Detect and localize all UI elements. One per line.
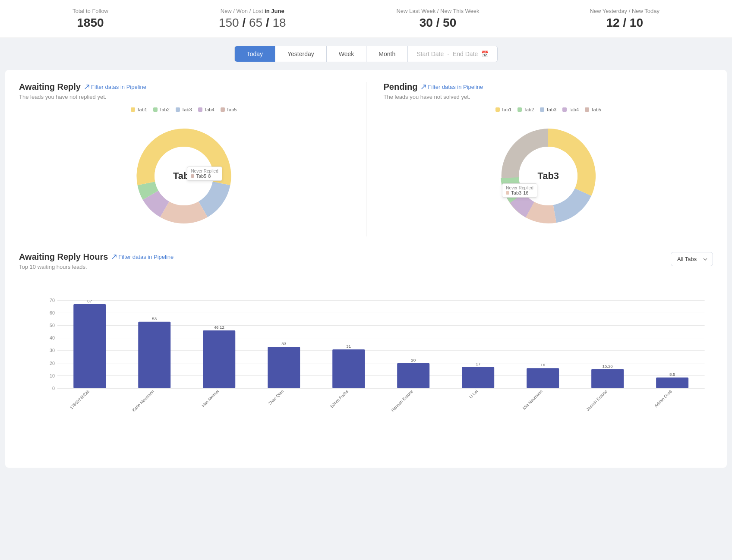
top-stats-bar: Total to Follow 1850 New / Won / Lost in… bbox=[0, 0, 732, 38]
pending-legend-tab2: Tab2 bbox=[517, 107, 534, 112]
bar-chart-area: 010203040506070671760074622653Karle Neum… bbox=[19, 286, 713, 456]
pending-legend-tab1: Tab1 bbox=[495, 107, 512, 112]
awaiting-reply-subtitle: The leads you have not replied yet. bbox=[19, 94, 349, 100]
awaiting-hours-header: Awaiting Reply Hours Filter datas in Pip… bbox=[19, 252, 713, 277]
awaiting-hours-section: Awaiting Reply Hours Filter datas in Pip… bbox=[19, 252, 713, 456]
legend-tab5: Tab5 bbox=[221, 107, 237, 112]
total-follow-value: 1850 bbox=[73, 16, 108, 30]
svg-text:16: 16 bbox=[540, 362, 545, 367]
pending-tooltip-title: Never Replied bbox=[506, 186, 533, 190]
svg-rect-43 bbox=[656, 378, 688, 388]
pending-title: Pending bbox=[384, 82, 418, 92]
tooltip-value: 8 bbox=[208, 173, 211, 179]
pending-tooltip-row: Tab3 16 bbox=[506, 190, 533, 195]
awaiting-hours-title: Awaiting Reply Hours bbox=[19, 252, 108, 262]
svg-rect-25 bbox=[268, 347, 300, 388]
pending-filter-link[interactable]: Filter datas in Pipeline bbox=[421, 84, 483, 90]
svg-text:Han Meimei: Han Meimei bbox=[201, 389, 220, 408]
awaiting-donut-chart bbox=[128, 120, 240, 232]
svg-text:31: 31 bbox=[346, 344, 351, 349]
external-link-icon bbox=[84, 84, 90, 90]
tooltip-row: Tab5 8 bbox=[191, 173, 218, 179]
legend-tab3: Tab3 bbox=[176, 107, 192, 112]
pending-legend-dot-tab3 bbox=[540, 107, 544, 112]
svg-rect-28 bbox=[332, 349, 365, 388]
yesterday-today-label: New Yesterday / New Today bbox=[590, 8, 659, 14]
all-tabs-dropdown[interactable]: All Tabs bbox=[671, 252, 713, 266]
total-follow-stat: Total to Follow 1850 bbox=[73, 8, 108, 30]
legend-tab1: Tab1 bbox=[131, 107, 147, 112]
pending-tooltip-tab: Tab3 bbox=[511, 190, 521, 195]
filter-date-range-button[interactable]: Start Date - End Date 📅 bbox=[408, 46, 497, 62]
svg-text:30: 30 bbox=[50, 348, 55, 353]
pending-legend-tab4: Tab4 bbox=[562, 107, 579, 112]
svg-text:10: 10 bbox=[50, 373, 55, 378]
main-content: Awaiting Reply Filter datas in Pipeline … bbox=[5, 70, 727, 468]
svg-text:67: 67 bbox=[87, 299, 92, 303]
awaiting-reply-title: Awaiting Reply bbox=[19, 82, 81, 92]
svg-text:8.5: 8.5 bbox=[669, 372, 675, 377]
pending-legend-dot-tab1 bbox=[495, 107, 500, 112]
svg-rect-16 bbox=[73, 304, 106, 388]
svg-text:20: 20 bbox=[411, 358, 416, 362]
svg-rect-19 bbox=[138, 322, 170, 388]
legend-dot-tab3 bbox=[176, 107, 180, 112]
svg-text:Adrian Groß: Adrian Groß bbox=[653, 389, 673, 408]
pending-title-row: Pending Filter datas in Pipeline bbox=[384, 82, 713, 92]
awaiting-filter-link[interactable]: Filter datas in Pipeline bbox=[84, 84, 146, 90]
date-separator: - bbox=[447, 50, 449, 57]
bar-chart: 010203040506070671760074622653Karle Neum… bbox=[41, 290, 713, 428]
awaiting-hours-filter-link[interactable]: Filter datas in Pipeline bbox=[111, 254, 174, 260]
charts-row: Awaiting Reply Filter datas in Pipeline … bbox=[19, 82, 713, 236]
pending-tooltip-dot bbox=[506, 191, 509, 195]
awaiting-reply-title-row: Awaiting Reply Filter datas in Pipeline bbox=[19, 82, 349, 92]
svg-text:Zhao Qian: Zhao Qian bbox=[267, 389, 284, 406]
legend-tab2: Tab2 bbox=[153, 107, 170, 112]
charts-divider bbox=[366, 82, 366, 236]
yesterday-today-stat: New Yesterday / New Today 12 / 10 bbox=[590, 8, 659, 30]
pending-legend-dot-tab4 bbox=[562, 107, 567, 112]
svg-text:Jasmin Krause: Jasmin Krause bbox=[585, 389, 608, 412]
svg-text:0: 0 bbox=[52, 386, 55, 391]
filter-bar: Today Yesterday Week Month Start Date - … bbox=[0, 38, 732, 70]
filter-month-button[interactable]: Month bbox=[366, 46, 408, 62]
pending-donut-wrapper: Tab3 Never Replied Tab3 16 bbox=[384, 116, 713, 236]
svg-text:50: 50 bbox=[50, 323, 55, 328]
pending-tooltip-value: 16 bbox=[523, 190, 528, 195]
svg-rect-22 bbox=[203, 330, 235, 388]
svg-text:70: 70 bbox=[50, 298, 55, 303]
svg-rect-34 bbox=[462, 367, 494, 388]
filter-yesterday-button[interactable]: Yesterday bbox=[275, 46, 327, 62]
svg-text:17600746226: 17600746226 bbox=[69, 389, 91, 410]
pending-legend-dot-tab5 bbox=[585, 107, 589, 112]
external-link-icon-3 bbox=[111, 254, 117, 260]
calendar-icon: 📅 bbox=[481, 50, 489, 57]
filter-week-button[interactable]: Week bbox=[327, 46, 367, 62]
filter-today-button[interactable]: Today bbox=[235, 46, 275, 62]
week-value: 30 / 50 bbox=[396, 16, 479, 30]
week-stat: New Last Week / New This Week 30 / 50 bbox=[396, 8, 479, 30]
pending-legend-tab5: Tab5 bbox=[585, 107, 601, 112]
svg-text:Karle Neumann: Karle Neumann bbox=[131, 389, 155, 412]
external-link-icon-2 bbox=[421, 84, 426, 90]
new-won-lost-stat: New / Won / Lost in June 150 / 65 / 18 bbox=[219, 8, 286, 30]
total-follow-label: Total to Follow bbox=[73, 8, 108, 14]
filter-button-group: Today Yesterday Week Month Start Date - … bbox=[234, 46, 498, 62]
svg-text:33: 33 bbox=[281, 341, 286, 346]
pending-tooltip: Never Replied Tab3 16 bbox=[502, 183, 537, 198]
pending-legend-tab3: Tab3 bbox=[540, 107, 556, 112]
start-date-label: Start Date bbox=[416, 50, 444, 57]
legend-dot-tab2 bbox=[153, 107, 158, 112]
awaiting-reply-section: Awaiting Reply Filter datas in Pipeline … bbox=[19, 82, 349, 236]
awaiting-hours-subtitle: Top 10 waiting hours leads. bbox=[19, 264, 174, 270]
svg-text:53: 53 bbox=[152, 316, 157, 321]
awaiting-donut-wrapper: Tab5 Never Replied Tab5 8 bbox=[19, 116, 349, 236]
tooltip-tab: Tab5 bbox=[196, 173, 206, 179]
legend-dot-tab5 bbox=[221, 107, 225, 112]
svg-text:40: 40 bbox=[50, 335, 55, 340]
pending-donut-chart bbox=[492, 120, 604, 232]
awaiting-legend: Tab1 Tab2 Tab3 Tab4 Tab5 bbox=[19, 107, 349, 112]
svg-text:15.26: 15.26 bbox=[603, 364, 613, 368]
awaiting-tooltip: Never Replied Tab5 8 bbox=[187, 167, 222, 181]
legend-dot-tab1 bbox=[131, 107, 135, 112]
